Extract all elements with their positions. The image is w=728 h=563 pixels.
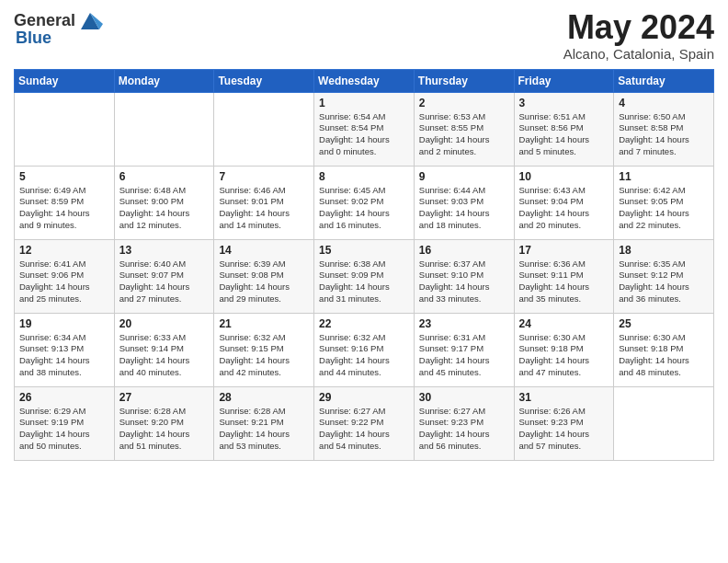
cell-content: Sunrise: 6:27 AMSunset: 9:22 PMDaylight:… [319,406,409,453]
cell-content: Sunrise: 6:39 AMSunset: 9:08 PMDaylight:… [219,259,309,305]
cell-content: Sunrise: 6:29 AMSunset: 9:19 PMDaylight:… [19,406,109,453]
day-number: 14 [219,244,309,257]
header-thursday: Thursday [414,69,514,92]
header-wednesday: Wednesday [314,69,415,92]
week-row-0: 1Sunrise: 6:54 AMSunset: 8:54 PMDaylight… [15,92,714,166]
location: Alcano, Catalonia, Spain [563,46,714,62]
header-friday: Friday [514,69,614,92]
calendar-cell: 1Sunrise: 6:54 AMSunset: 8:54 PMDaylight… [314,92,415,166]
cell-content: Sunrise: 6:49 AMSunset: 8:59 PMDaylight:… [19,185,109,232]
day-number: 27 [119,391,210,404]
calendar-cell: 28Sunrise: 6:28 AMSunset: 9:21 PMDayligh… [214,386,314,460]
calendar-cell: 15Sunrise: 6:38 AMSunset: 9:09 PMDayligh… [314,239,415,313]
week-row-2: 12Sunrise: 6:41 AMSunset: 9:06 PMDayligh… [15,239,714,313]
cell-content: Sunrise: 6:53 AMSunset: 8:55 PMDaylight:… [419,111,509,158]
calendar-cell: 5Sunrise: 6:49 AMSunset: 8:59 PMDaylight… [15,166,115,239]
cell-content: Sunrise: 6:27 AMSunset: 9:23 PMDaylight:… [419,406,509,453]
day-number: 24 [519,317,609,330]
logo: General Blue [14,9,103,48]
logo-general-text: General [14,12,75,30]
calendar-cell: 10Sunrise: 6:43 AMSunset: 9:04 PMDayligh… [514,166,614,239]
calendar-cell: 24Sunrise: 6:30 AMSunset: 9:18 PMDayligh… [514,313,614,386]
cell-content: Sunrise: 6:26 AMSunset: 9:23 PMDaylight:… [519,406,609,453]
calendar-cell: 26Sunrise: 6:29 AMSunset: 9:19 PMDayligh… [15,386,115,460]
calendar-cell: 23Sunrise: 6:31 AMSunset: 9:17 PMDayligh… [414,313,514,386]
calendar-cell: 18Sunrise: 6:35 AMSunset: 9:12 PMDayligh… [614,239,714,313]
cell-content: Sunrise: 6:36 AMSunset: 9:11 PMDaylight:… [519,259,609,305]
day-number: 12 [19,244,109,257]
day-number: 13 [119,244,210,257]
day-number: 26 [19,391,109,404]
calendar-cell: 9Sunrise: 6:44 AMSunset: 9:03 PMDaylight… [414,166,514,239]
day-number: 20 [119,317,210,330]
logo-blue-text: Blue [16,29,51,48]
cell-content: Sunrise: 6:28 AMSunset: 9:21 PMDaylight:… [219,406,309,453]
cell-content: Sunrise: 6:30 AMSunset: 9:18 PMDaylight:… [619,332,709,379]
day-number: 5 [19,170,109,183]
weekday-header-row: Sunday Monday Tuesday Wednesday Thursday… [15,69,714,92]
page-container: General Blue May 2024 Alcano, Catalonia,… [0,0,728,475]
header-sunday: Sunday [15,69,115,92]
calendar-cell [614,386,714,460]
day-number: 9 [419,170,509,183]
day-number: 30 [419,391,509,404]
cell-content: Sunrise: 6:28 AMSunset: 9:20 PMDaylight:… [119,406,210,453]
calendar-cell: 31Sunrise: 6:26 AMSunset: 9:23 PMDayligh… [514,386,614,460]
day-number: 18 [619,244,709,257]
cell-content: Sunrise: 6:54 AMSunset: 8:54 PMDaylight:… [319,111,409,158]
calendar-cell: 11Sunrise: 6:42 AMSunset: 9:05 PMDayligh… [614,166,714,239]
cell-content: Sunrise: 6:45 AMSunset: 9:02 PMDaylight:… [319,185,409,232]
cell-content: Sunrise: 6:51 AMSunset: 8:56 PMDaylight:… [519,111,609,158]
cell-content: Sunrise: 6:41 AMSunset: 9:06 PMDaylight:… [19,259,109,305]
cell-content: Sunrise: 6:38 AMSunset: 9:09 PMDaylight:… [319,259,409,305]
cell-content: Sunrise: 6:44 AMSunset: 9:03 PMDaylight:… [419,185,509,232]
day-number: 19 [19,317,109,330]
calendar-cell: 25Sunrise: 6:30 AMSunset: 9:18 PMDayligh… [614,313,714,386]
day-number: 31 [519,391,609,404]
day-number: 25 [619,317,709,330]
cell-content: Sunrise: 6:33 AMSunset: 9:14 PMDaylight:… [119,332,210,379]
header-tuesday: Tuesday [214,69,314,92]
header-saturday: Saturday [614,69,714,92]
header: General Blue May 2024 Alcano, Catalonia,… [14,9,714,62]
cell-content: Sunrise: 6:35 AMSunset: 9:12 PMDaylight:… [619,259,709,305]
calendar-cell: 12Sunrise: 6:41 AMSunset: 9:06 PMDayligh… [15,239,115,313]
day-number: 1 [319,97,409,109]
cell-content: Sunrise: 6:48 AMSunset: 9:00 PMDaylight:… [119,185,210,232]
day-number: 21 [219,317,309,330]
calendar-cell: 16Sunrise: 6:37 AMSunset: 9:10 PMDayligh… [414,239,514,313]
calendar-table: Sunday Monday Tuesday Wednesday Thursday… [14,69,714,461]
day-number: 8 [319,170,409,183]
calendar-cell: 19Sunrise: 6:34 AMSunset: 9:13 PMDayligh… [15,313,115,386]
day-number: 4 [619,97,709,109]
day-number: 23 [419,317,509,330]
calendar-cell: 17Sunrise: 6:36 AMSunset: 9:11 PMDayligh… [514,239,614,313]
week-row-1: 5Sunrise: 6:49 AMSunset: 8:59 PMDaylight… [15,166,714,239]
cell-content: Sunrise: 6:30 AMSunset: 9:18 PMDaylight:… [519,332,609,379]
calendar-cell: 13Sunrise: 6:40 AMSunset: 9:07 PMDayligh… [114,239,214,313]
title-block: May 2024 Alcano, Catalonia, Spain [563,9,714,62]
calendar-cell [15,92,115,166]
calendar-cell [114,92,214,166]
day-number: 17 [519,244,609,257]
cell-content: Sunrise: 6:43 AMSunset: 9:04 PMDaylight:… [519,185,609,232]
day-number: 7 [219,170,309,183]
day-number: 15 [319,244,409,257]
day-number: 10 [519,170,609,183]
day-number: 2 [419,97,509,109]
cell-content: Sunrise: 6:37 AMSunset: 9:10 PMDaylight:… [419,259,509,305]
week-row-3: 19Sunrise: 6:34 AMSunset: 9:13 PMDayligh… [15,313,714,386]
cell-content: Sunrise: 6:32 AMSunset: 9:16 PMDaylight:… [319,332,409,379]
calendar-cell: 14Sunrise: 6:39 AMSunset: 9:08 PMDayligh… [214,239,314,313]
calendar-cell: 29Sunrise: 6:27 AMSunset: 9:22 PMDayligh… [314,386,415,460]
day-number: 11 [619,170,709,183]
month-title: May 2024 [563,9,714,46]
day-number: 3 [519,97,609,109]
cell-content: Sunrise: 6:50 AMSunset: 8:58 PMDaylight:… [619,111,709,158]
day-number: 28 [219,391,309,404]
week-row-4: 26Sunrise: 6:29 AMSunset: 9:19 PMDayligh… [15,386,714,460]
header-monday: Monday [114,69,214,92]
calendar-cell: 22Sunrise: 6:32 AMSunset: 9:16 PMDayligh… [314,313,415,386]
calendar-cell: 4Sunrise: 6:50 AMSunset: 8:58 PMDaylight… [614,92,714,166]
cell-content: Sunrise: 6:31 AMSunset: 9:17 PMDaylight:… [419,332,509,379]
